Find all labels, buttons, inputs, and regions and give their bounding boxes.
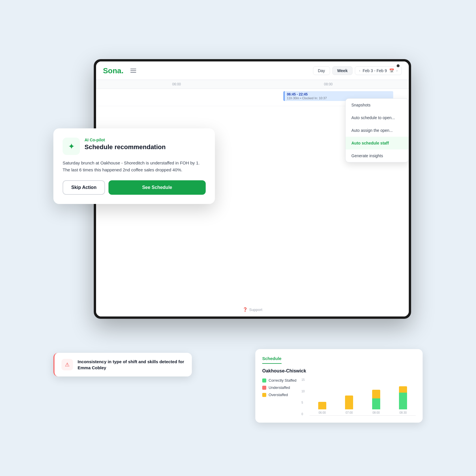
app-logo: Sona. (103, 66, 123, 75)
see-schedule-button[interactable]: See Schedule (108, 180, 206, 195)
bar-label-2: 08:00 (372, 411, 380, 414)
bar-segment-yellow-3 (399, 386, 407, 393)
bar-segment-green-2 (372, 398, 380, 409)
legend-dot-green (262, 378, 266, 383)
legend-item-understaffed: Understaffed (262, 385, 303, 390)
calendar-icon: 📅 (389, 68, 394, 73)
bar-group-0600: 06:00 (310, 402, 335, 414)
chart-title: Oakhouse-Chiswick (262, 368, 416, 374)
app-header: Sona. Day Week ‹ Feb 3 - Feb 9 📅 › (96, 61, 409, 80)
chart-body: Correctly Staffed Understaffed Overstaff… (262, 378, 416, 416)
ai-card-title-wrap: AI Co-pilot Schedule recommendation (85, 138, 166, 151)
ai-sparkle-icon: ✦ (68, 142, 75, 151)
y-label-5: 5 (301, 401, 305, 404)
shift-time: 06:45 - 22:45 (287, 92, 391, 96)
ai-card-body: Saturday brunch at Oakhouse - Shoreditch… (63, 160, 206, 173)
support-footer: ❓ Support (96, 307, 409, 312)
bar-segment-yellow-1 (345, 396, 353, 409)
dropdown-menu: Snapshots Auto schedule to open... Auto … (345, 98, 409, 162)
date-range[interactable]: ‹ Feb 3 - Feb 9 📅 › (355, 66, 402, 75)
scene: Sona. Day Week ‹ Feb 3 - Feb 9 📅 › (36, 36, 440, 440)
legend-dot-yellow (262, 393, 266, 397)
ai-copilot-label: AI Co-pilot (85, 138, 166, 142)
dropdown-item-auto-schedule-open[interactable]: Auto schedule to open... (346, 111, 408, 124)
bar-segment-yellow-0 (318, 402, 326, 409)
chart-tab[interactable]: Schedule (262, 356, 282, 364)
prev-chevron-icon[interactable]: ‹ (359, 69, 360, 73)
header-nav: Day Week ‹ Feb 3 - Feb 9 📅 › (313, 66, 402, 75)
menu-icon[interactable] (130, 69, 136, 73)
y-label-0: 0 (301, 413, 305, 416)
dropdown-item-auto-schedule-staff[interactable]: Auto schedule staff (346, 137, 408, 149)
tablet-camera (397, 64, 400, 67)
bar-group-0700: 07:00 (337, 396, 362, 414)
time-slot-6: 06:00 (101, 82, 252, 86)
bar-label-3: 08:30 (400, 411, 407, 414)
warning-icon: ⚠ (61, 359, 73, 370)
dropdown-item-generate-insights[interactable]: Generate insights (346, 149, 408, 162)
legend-dot-red (262, 386, 266, 390)
dropdown-item-snapshots[interactable]: Snapshots (346, 99, 408, 111)
day-view-button[interactable]: Day (313, 66, 330, 75)
legend-label-understaffed: Understaffed (269, 385, 290, 390)
time-slot-8: 08:00 (252, 82, 404, 86)
chart-legend: Correctly Staffed Understaffed Overstaff… (262, 378, 303, 416)
date-range-text: Feb 3 - Feb 9 (363, 68, 387, 73)
bar-group-0800: 08:00 (363, 390, 389, 414)
bar-chart-wrap: 15 10 5 0 06:00 (310, 378, 416, 416)
week-view-button[interactable]: Week (332, 66, 353, 75)
legend-item-staffed: Correctly Staffed (262, 378, 303, 383)
bar-label-1: 07:00 (346, 411, 353, 414)
legend-label-overstaffed: Overstaffed (269, 393, 288, 397)
ai-card-actions: Skip Action See Schedule (63, 180, 206, 195)
bar-chart: 06:00 07:00 0 (310, 378, 416, 416)
warning-card: ⚠ Inconsistency in type of shift and ski… (53, 353, 192, 376)
next-chevron-icon[interactable]: › (396, 69, 398, 73)
bar-label-0: 06:00 (318, 411, 326, 414)
bar-segment-green-3 (399, 393, 407, 409)
bar-group-0830: 08:30 (391, 386, 416, 414)
ai-copilot-card: ✦ AI Co-pilot Schedule recommendation Sa… (53, 128, 215, 204)
y-label-10: 10 (301, 390, 305, 393)
ai-card-title: Schedule recommendation (85, 143, 166, 151)
legend-item-overstaffed: Overstaffed (262, 393, 303, 397)
time-header: 06:00 08:00 (96, 80, 409, 89)
legend-label-staffed: Correctly Staffed (269, 378, 297, 383)
support-label[interactable]: Support (249, 308, 263, 312)
skip-action-button[interactable]: Skip Action (63, 180, 105, 195)
schedule-chart-card: Schedule Oakhouse-Chiswick Correctly Sta… (255, 349, 423, 423)
ai-icon-wrap: ✦ (63, 138, 80, 155)
ai-card-header: ✦ AI Co-pilot Schedule recommendation (63, 138, 206, 155)
dropdown-item-auto-assign-open[interactable]: Auto assign the open... (346, 124, 408, 137)
bar-segment-yellow-2 (372, 390, 380, 398)
warning-text: Inconsistency in type of shift and skill… (78, 359, 185, 371)
y-label-15: 15 (301, 378, 305, 381)
support-icon: ❓ (243, 307, 248, 312)
y-axis-labels: 15 10 5 0 (301, 378, 305, 416)
